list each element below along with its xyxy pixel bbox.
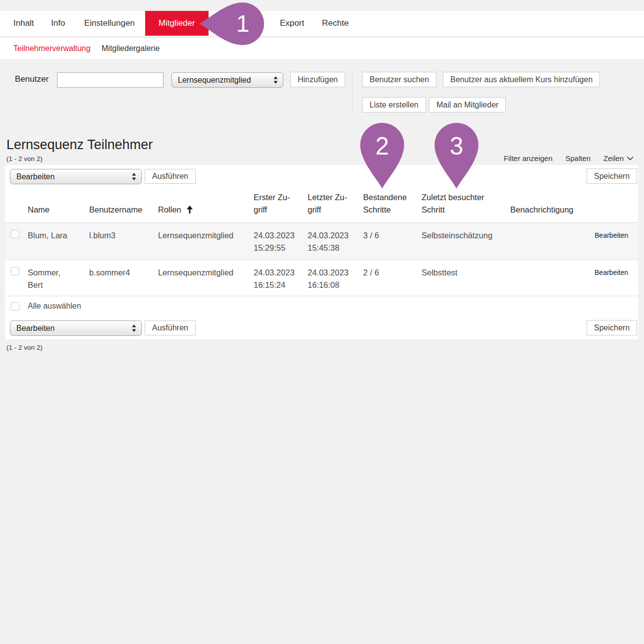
result-count-top: (1 - 2 von 2) bbox=[6, 155, 43, 162]
col-header-letzter-zugriff-l2: griff bbox=[308, 204, 363, 216]
filter-anzeigen-link[interactable]: Filter anzeigen bbox=[504, 154, 552, 162]
col-header-erster-zugriff-l2: griff bbox=[254, 204, 308, 216]
cell-first-access: 24.03.202316:15:24 bbox=[254, 260, 308, 296]
tab-info[interactable]: Info bbox=[51, 11, 65, 36]
row-bearbeiten-link[interactable]: Bearbeiten bbox=[594, 268, 628, 276]
page-title: Lernsequenz Teilnehmer bbox=[6, 137, 153, 153]
table-header-row: Name Benutzername Rollen Erster Zu- grif… bbox=[5, 191, 638, 223]
role-select[interactable]: Lernsequenzmitglied bbox=[171, 72, 283, 88]
tab-export[interactable]: Export bbox=[280, 11, 304, 36]
course-tab-bar: Inhalt Info Einstellungen Mitglieder Exp… bbox=[0, 11, 644, 36]
mail-an-mitglieder-button[interactable]: Mail an Mitglieder bbox=[429, 97, 506, 112]
cell-last-step: Selbsttest bbox=[422, 260, 510, 296]
participants-table-panel: Bearbeiten Ausführen Speichern Name Benu… bbox=[5, 165, 638, 339]
col-header-rollen-label: Rollen bbox=[158, 205, 181, 214]
spalten-link[interactable]: Spalten bbox=[565, 154, 590, 162]
col-header-name[interactable]: Name bbox=[28, 204, 89, 222]
table-row: Blum, Lara l.blum3 Lernsequenzmitglied 2… bbox=[5, 223, 638, 260]
callout-2-number: 2 bbox=[376, 132, 389, 160]
select-updown-icon bbox=[273, 76, 278, 84]
bulk-action-select-bottom[interactable]: Bearbeiten bbox=[10, 321, 142, 336]
cell-name: Sommer,Bert bbox=[28, 260, 89, 296]
cell-name: Blum, Lara bbox=[28, 223, 89, 260]
page: Inhalt Info Einstellungen Mitglieder Exp… bbox=[0, 0, 644, 644]
benutzer-aus-kurs-button[interactable]: Benutzer aus aktuellem Kurs hinzufügen bbox=[443, 72, 600, 87]
col-header-zuletzt-l1: Zuletzt besuchter bbox=[422, 191, 510, 204]
tab-einstellungen[interactable]: Einstellungen bbox=[84, 11, 135, 36]
row-bearbeiten-link[interactable]: Bearbeiten bbox=[594, 231, 628, 239]
cell-notification bbox=[510, 260, 585, 296]
select-updown-icon bbox=[132, 173, 136, 180]
col-header-bestandene-l1: Bestandene bbox=[363, 191, 422, 204]
cell-last-step: Selbsteinschätzung bbox=[422, 223, 510, 260]
benutzer-label: Benutzer bbox=[15, 74, 49, 84]
cell-passed-steps: 2 / 6 bbox=[363, 260, 422, 296]
col-header-letzter-zugriff[interactable]: Letzter Zu- griff bbox=[308, 191, 363, 222]
tab-inhalt[interactable]: Inhalt bbox=[13, 11, 34, 36]
subtab-teilnehmerverwaltung[interactable]: Teilnehmerverwaltung bbox=[13, 38, 91, 59]
members-subnav: Teilnehmerverwaltung Mitgliedergalerie bbox=[0, 38, 644, 59]
ausfuehren-button-top[interactable]: Ausführen bbox=[145, 169, 196, 184]
bulk-action-select-top[interactable]: Bearbeiten bbox=[10, 169, 142, 184]
form-divider bbox=[352, 69, 353, 114]
sort-ascending-icon bbox=[186, 206, 193, 214]
col-header-erster-zugriff-l1: Erster Zu- bbox=[254, 191, 308, 204]
bulk-action-value-bottom: Bearbeiten bbox=[16, 324, 132, 333]
col-header-bestandene-schritte[interactable]: Bestandene Schritte bbox=[363, 191, 422, 222]
table-row: Sommer,Bert b.sommer4 Lernsequenzmitglie… bbox=[5, 260, 638, 296]
chevron-down-icon bbox=[627, 156, 634, 161]
zeilen-link[interactable]: Zeilen bbox=[603, 154, 634, 162]
ausfuehren-button-bottom[interactable]: Ausführen bbox=[145, 321, 196, 335]
callout-3-number: 3 bbox=[450, 132, 464, 160]
cell-last-access: 24.03.202316:16:08 bbox=[308, 260, 363, 296]
select-all-row: Alle auswählen bbox=[5, 296, 638, 316]
table-tools: Filter anzeigen Spalten Zeilen bbox=[504, 154, 634, 162]
row-checkbox[interactable] bbox=[11, 267, 19, 275]
liste-erstellen-button[interactable]: Liste erstellen bbox=[362, 97, 426, 112]
user-search-input[interactable] bbox=[57, 72, 163, 88]
subtab-mitgliedergalerie[interactable]: Mitgliedergalerie bbox=[102, 38, 160, 59]
speichern-button-top[interactable]: Speichern bbox=[587, 168, 637, 184]
col-header-benutzername[interactable]: Benutzername bbox=[89, 204, 158, 222]
result-count-bottom: (1 - 2 von 2) bbox=[6, 344, 43, 351]
cell-last-access: 24.03.202315:45:38 bbox=[308, 223, 363, 260]
row-checkbox[interactable] bbox=[11, 230, 19, 238]
cell-first-access: 24.03.202315:29:55 bbox=[254, 223, 308, 260]
col-header-erster-zugriff[interactable]: Erster Zu- griff bbox=[254, 191, 308, 222]
cell-username: b.sommer4 bbox=[89, 260, 158, 296]
cell-username: l.blum3 bbox=[89, 223, 158, 260]
col-header-rollen[interactable]: Rollen bbox=[158, 204, 254, 222]
col-header-zuletzt-l2: Schritt bbox=[422, 204, 510, 216]
cell-role: Lernsequenzmitglied bbox=[158, 260, 254, 296]
benutzer-suchen-button[interactable]: Benutzer suchen bbox=[362, 72, 436, 87]
select-all-label: Alle auswählen bbox=[28, 302, 81, 311]
col-header-letzter-zugriff-l1: Letzter Zu- bbox=[308, 191, 363, 204]
select-all-checkbox[interactable] bbox=[11, 302, 19, 311]
col-header-benachrichtigung[interactable]: Benachrichtigung bbox=[510, 204, 585, 222]
bulk-action-value-top: Bearbeiten bbox=[16, 172, 132, 181]
cell-notification bbox=[510, 223, 585, 260]
select-updown-icon bbox=[132, 324, 136, 332]
col-header-bestandene-l2: Schritte bbox=[363, 204, 422, 216]
speichern-button-bottom[interactable]: Speichern bbox=[587, 320, 637, 335]
role-select-value: Lernsequenzmitglied bbox=[178, 76, 273, 85]
cell-passed-steps: 3 / 6 bbox=[363, 223, 422, 260]
tab-mitglieder-active[interactable]: Mitglieder bbox=[145, 11, 209, 36]
zeilen-link-label: Zeilen bbox=[603, 154, 624, 162]
col-header-zuletzt-besuchter-schritt[interactable]: Zuletzt besuchter Schritt bbox=[422, 191, 510, 222]
tab-rechte[interactable]: Rechte bbox=[322, 11, 349, 36]
cell-role: Lernsequenzmitglied bbox=[158, 223, 254, 260]
hinzufuegen-button[interactable]: Hinzufügen bbox=[290, 72, 345, 87]
